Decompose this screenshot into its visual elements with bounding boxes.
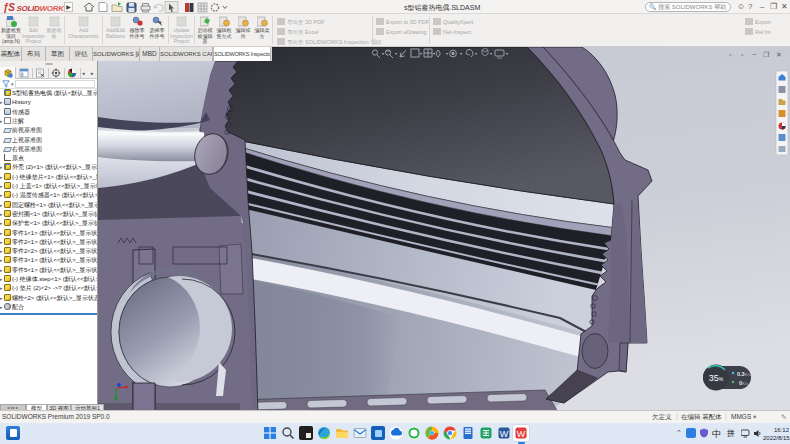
svg-text:▾: ▾ [506,51,508,56]
svg-text:✕: ✕ [776,51,782,58]
svg-text:W: W [517,429,526,439]
svg-text:❐: ❐ [763,51,769,58]
svg-text:▾: ▾ [475,51,477,56]
svg-text:▾: ▾ [433,51,435,56]
svg-text:0K/s: 0K/s [739,380,749,386]
svg-text:▾: ▾ [490,51,492,56]
svg-text:▾: ▾ [395,51,397,56]
svg-text:▾: ▾ [420,51,422,56]
svg-text:▫: ▫ [729,51,731,58]
svg-text:▾: ▾ [382,51,384,56]
svg-text:▾: ▾ [460,51,462,56]
svg-text:W: W [500,429,509,439]
svg-text:▾: ▾ [446,51,448,56]
svg-text:0.3K/s: 0.3K/s [737,371,752,377]
svg-text:▫: ▫ [741,51,743,58]
svg-text:−: − [752,51,756,58]
